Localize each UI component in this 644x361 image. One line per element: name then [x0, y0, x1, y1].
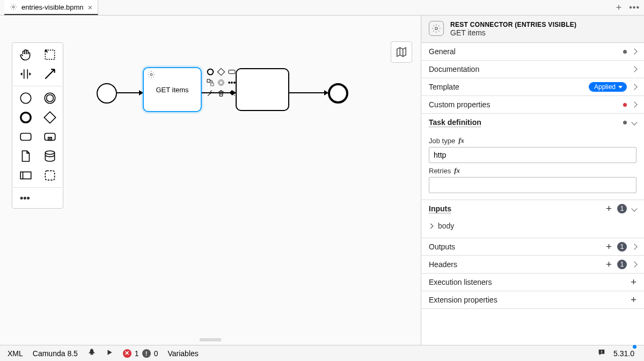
svg-point-10 — [45, 151, 54, 154]
data-object-tool[interactable] — [13, 146, 38, 166]
add-input[interactable]: + — [606, 203, 612, 215]
svg-rect-6 — [44, 112, 55, 123]
job-type-input[interactable] — [429, 147, 636, 163]
group-template[interactable]: Template Applied — [421, 78, 644, 95]
properties-panel: REST CONNECTOR (ENTRIES VISIBLE) GET ite… — [421, 16, 644, 345]
svg-point-2 — [20, 93, 31, 104]
xml-toggle[interactable]: XML — [8, 349, 23, 358]
participant-tool[interactable] — [13, 166, 38, 185]
svg-point-4 — [46, 95, 53, 102]
delete-icon[interactable] — [216, 89, 226, 98]
sequence-flow[interactable] — [289, 92, 328, 93]
input-item[interactable]: body — [429, 219, 636, 232]
close-icon[interactable]: × — [88, 3, 93, 12]
tab-active[interactable]: entries-visible.bpmn × — [4, 0, 98, 15]
svg-rect-12 — [45, 171, 54, 180]
service-task-selected[interactable]: GET items — [143, 67, 202, 112]
header-element-name: GET items — [450, 28, 576, 37]
gateway-tool[interactable] — [38, 108, 62, 127]
svg-point-14 — [208, 69, 214, 75]
end-event-tool[interactable] — [13, 108, 38, 127]
connect-tool[interactable] — [38, 64, 62, 84]
group-extension-properties[interactable]: Extension properties + — [421, 291, 644, 308]
svg-point-20 — [219, 81, 223, 85]
group-custom-properties[interactable]: Custom properties — [421, 96, 644, 113]
diagram-canvas[interactable]: ••• GET items ••• — [0, 16, 421, 345]
add-header[interactable]: + — [606, 259, 612, 270]
start-event[interactable] — [97, 83, 117, 104]
task-label: GET items — [156, 86, 188, 94]
svg-rect-23 — [601, 352, 602, 353]
gear-icon — [429, 21, 444, 36]
panel-resize-handle[interactable] — [194, 338, 226, 344]
group-documentation[interactable]: Documentation — [421, 61, 644, 78]
svg-point-13 — [150, 73, 152, 76]
add-ext-prop[interactable]: + — [631, 294, 636, 306]
version-label[interactable]: 5.31.0 — [613, 349, 636, 358]
platform-label[interactable]: Camunda 8.5 — [33, 349, 78, 358]
group-tool[interactable] — [38, 166, 62, 185]
variables-toggle[interactable]: Variables — [167, 349, 198, 358]
change-type[interactable] — [206, 78, 215, 87]
more-icon[interactable]: ••• — [629, 3, 640, 12]
svg-rect-22 — [601, 351, 602, 352]
sequence-flow[interactable] — [202, 92, 236, 93]
gear-icon — [10, 3, 17, 11]
job-type-label: Job typefx — [429, 136, 636, 145]
task-tool[interactable] — [13, 127, 38, 146]
svg-point-0 — [12, 6, 14, 8]
tab-bar: entries-visible.bpmn × + ••• — [0, 0, 644, 16]
tool-palette: ••• — [12, 42, 63, 209]
add-tab-icon[interactable]: + — [616, 2, 622, 13]
wrench-icon[interactable] — [206, 89, 215, 98]
group-outputs[interactable]: Outputs +1 — [421, 238, 644, 255]
add-output[interactable]: + — [606, 241, 612, 253]
svg-rect-18 — [211, 83, 214, 86]
start-event-tool[interactable] — [13, 89, 38, 108]
gear-icon — [147, 70, 156, 79]
lasso-tool[interactable] — [38, 45, 62, 64]
end-event[interactable] — [328, 83, 348, 104]
run-icon[interactable] — [106, 349, 113, 358]
append-end-event[interactable] — [206, 67, 215, 77]
subprocess-tool[interactable] — [38, 127, 62, 146]
svg-rect-7 — [20, 134, 31, 141]
svg-rect-15 — [217, 68, 224, 75]
minimap-toggle[interactable] — [391, 41, 412, 63]
group-execution-listeners[interactable]: Execution listeners + — [421, 274, 644, 291]
intermediate-event-tool[interactable] — [38, 89, 62, 108]
retries-input[interactable] — [429, 177, 636, 193]
task[interactable] — [236, 68, 289, 111]
data-store-tool[interactable] — [38, 146, 62, 166]
sequence-flow[interactable] — [117, 92, 143, 93]
group-inputs[interactable]: Inputs +1 — [421, 200, 644, 217]
problems-indicator[interactable]: ✕1 !0 — [123, 349, 158, 358]
group-general[interactable]: General — [421, 43, 644, 60]
append-gateway[interactable] — [216, 67, 226, 77]
svg-rect-16 — [229, 70, 235, 74]
svg-rect-17 — [207, 79, 210, 82]
group-task-definition[interactable]: Task definition — [421, 114, 644, 131]
feedback-icon[interactable] — [597, 348, 606, 358]
retries-label: Retriesfx — [429, 166, 636, 175]
status-bar: XML Camunda 8.5 ✕1 !0 Variables 5.31.0 — [0, 345, 644, 361]
header-template-name: REST CONNECTOR (ENTRIES VISIBLE) — [450, 21, 576, 28]
append-intermediate[interactable] — [216, 78, 226, 87]
error-icon: ✕ — [123, 349, 131, 358]
properties-header: REST CONNECTOR (ENTRIES VISIBLE) GET ite… — [421, 16, 644, 43]
template-applied-badge[interactable]: Applied — [589, 82, 627, 92]
palette-more[interactable]: ••• — [13, 190, 62, 206]
svg-rect-11 — [20, 172, 31, 179]
hand-tool[interactable] — [13, 45, 38, 64]
svg-point-21 — [435, 27, 438, 30]
add-listener[interactable]: + — [631, 276, 636, 288]
group-headers[interactable]: Headers +1 — [421, 256, 644, 273]
space-tool[interactable] — [13, 64, 38, 84]
warning-icon: ! — [142, 349, 151, 358]
svg-point-5 — [20, 113, 30, 122]
tab-title: entries-visible.bpmn — [21, 3, 84, 11]
deploy-icon[interactable] — [87, 348, 96, 358]
